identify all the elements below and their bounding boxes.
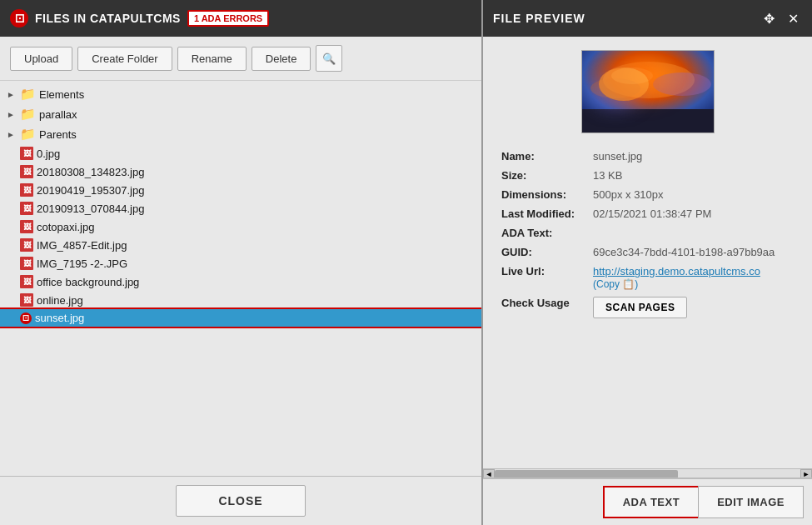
scroll-right-arrow[interactable]: ► [800,469,812,478]
item-label: IMG_4857-Edit.jpg [37,239,127,252]
rename-button[interactable]: Rename [177,47,247,71]
meta-row-check-usage: Check Usage SCAN PAGES [496,293,799,322]
image-file-icon: 🖼 [20,293,33,307]
name-value: sunset.jpg [588,147,799,166]
close-icon[interactable]: ✕ [785,9,802,28]
horizontal-scrollbar[interactable]: ◄ ► [483,468,812,478]
meta-table: Name: sunset.jpg Size: 13 KB Dimensions:… [496,147,799,322]
toolbar: Upload Create Folder Rename Delete 🔍 [0,37,481,81]
list-item[interactable]: 🖼 0.jpg [0,144,481,162]
list-item[interactable]: ► 📁 Elements [0,84,481,104]
preview-image [581,50,715,133]
meta-row-guid: GUID: 69ce3c34-7bdd-4101-b198-a97bb9aa [496,242,799,262]
svg-point-5 [611,68,653,84]
item-label: Parents [39,128,77,141]
meta-row-ada: ADA Text: [496,223,799,242]
file-list-container[interactable]: ► 📁 Elements ► 📁 parallax ► 📁 Parents 🖼 … [0,81,481,476]
meta-row-name: Name: sunset.jpg [496,147,799,166]
expand-arrow-icon: ► [7,110,17,119]
image-file-icon: 🖼 [20,147,33,160]
folder-icon: 📁 [20,127,36,142]
folder-icon: 📁 [20,107,36,122]
close-button[interactable]: CLOSE [176,485,305,517]
list-item[interactable]: 🖼 online.jpg [0,291,481,309]
delete-button[interactable]: Delete [252,47,311,71]
svg-rect-1 [582,109,715,133]
right-bottom-bar: ADA TEXT EDIT IMAGE [483,478,812,525]
image-file-icon: 🖼 [20,220,33,233]
guid-value: 69ce3c34-7bdd-4101-b198-a97bb9aa [588,242,799,262]
image-file-icon: 🖼 [20,257,33,270]
scroll-thumb[interactable] [495,470,678,478]
item-label: Elements [39,88,84,101]
preview-image-svg [582,51,715,133]
liveurl-label: Live Url: [496,262,588,293]
list-item[interactable]: 🖼 20190419_195307.jpg [0,181,481,199]
modified-label: Last Modified: [496,204,588,223]
expand-icon[interactable]: ✥ [760,9,778,28]
right-header-title: FILE PREVIEW [493,12,585,25]
preview-image-container [496,50,799,133]
search-button[interactable]: 🔍 [316,45,342,72]
item-label: cotopaxi.jpg [37,221,94,233]
list-item[interactable]: 🖼 IMG_7195 -2-.JPG [0,254,481,272]
list-item-selected[interactable]: ⚀ sunset.jpg [0,309,481,327]
item-label: 20190913_070844.jpg [37,202,144,215]
image-file-icon: 🖼 [20,202,33,215]
item-label: IMG_7195 -2-.JPG [37,258,127,270]
left-panel: ⚀ FILES IN CATAPULTCMS 1 ADA ERRORS Uplo… [0,0,483,525]
item-label: 20190419_195307.jpg [37,184,144,197]
meta-row-liveurl: Live Url: http://staging.demo.catapultcm… [496,262,799,293]
dimensions-label: Dimensions: [496,185,588,204]
meta-row-size: Size: 13 KB [496,166,799,185]
list-item[interactable]: ► 📁 parallax [0,104,481,124]
upload-button[interactable]: Upload [10,47,72,71]
image-file-icon: 🖼 [20,275,33,288]
modal-wrapper: ⚀ FILES IN CATAPULTCMS 1 ADA ERRORS Uplo… [0,0,812,525]
name-label: Name: [496,147,588,166]
list-item[interactable]: 🖼 20190913_070844.jpg [0,199,481,218]
size-label: Size: [496,166,588,185]
list-item[interactable]: 🖼 cotopaxi.jpg [0,218,481,236]
list-item[interactable]: 🖼 20180308_134823.jpg [0,162,481,181]
ada-value [588,223,799,242]
check-usage-label: Check Usage [496,293,588,322]
item-label: 0.jpg [37,148,60,160]
liveurl-cell: http://staging.demo.catapultcms.co (Copy… [588,262,799,293]
ada-indicator-icon: ⚀ [20,312,32,324]
create-folder-button[interactable]: Create Folder [77,47,172,71]
accessibility-icon: ⚀ [10,9,28,28]
ada-text-button[interactable]: ADA TEXT [603,486,699,518]
left-header: ⚀ FILES IN CATAPULTCMS 1 ADA ERRORS [0,0,481,37]
scan-pages-button[interactable]: SCAN PAGES [593,297,687,318]
item-label: sunset.jpg [35,312,84,324]
live-url-link[interactable]: http://staging.demo.catapultcms.co [593,265,760,278]
meta-row-modified: Last Modified: 02/15/2021 01:38:47 PM [496,204,799,223]
check-usage-cell: SCAN PAGES [588,293,799,322]
list-item[interactable]: 🖼 IMG_4857-Edit.jpg [0,236,481,254]
size-value: 13 KB [588,166,799,185]
ada-errors-badge: 1 ADA ERRORS [187,10,269,27]
expand-arrow-icon: ► [7,90,17,99]
left-header-title: FILES IN CATAPULTCMS [35,12,181,25]
item-label: parallax [39,108,77,121]
guid-label: GUID: [496,242,588,262]
expand-arrow-icon: ► [7,130,17,139]
left-bottom-bar: CLOSE [0,476,481,525]
image-file-icon: 🖼 [20,238,33,252]
dimensions-value: 500px x 310px [588,185,799,204]
ada-label: ADA Text: [496,223,588,242]
image-file-icon: 🖼 [20,183,33,197]
meta-row-dimensions: Dimensions: 500px x 310px [496,185,799,204]
scroll-left-arrow[interactable]: ◄ [483,469,495,478]
copy-link[interactable]: (Copy 📋) [593,278,638,290]
list-item[interactable]: ► 📁 Parents [0,124,481,144]
edit-image-button[interactable]: EDIT IMAGE [698,486,804,518]
folder-icon: 📁 [20,87,36,102]
search-icon: 🔍 [322,52,336,65]
right-panel: FILE PREVIEW ✥ ✕ [483,0,812,525]
item-label: online.jpg [37,294,83,307]
preview-content: Name: sunset.jpg Size: 13 KB Dimensions:… [483,37,812,468]
list-item[interactable]: 🖼 office background.jpg [0,272,481,291]
item-label: 20180308_134823.jpg [37,166,144,178]
